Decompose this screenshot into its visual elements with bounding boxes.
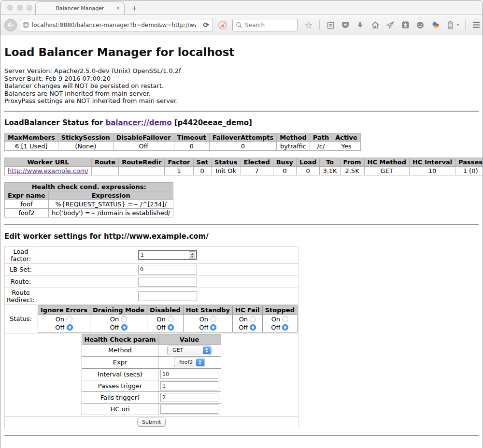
hc-header-row: Health Check param Value xyxy=(82,334,221,344)
url-text[interactable]: localhost:8880/balancer-manager?b=demo&w… xyxy=(32,22,196,29)
cell-expr-name: foof xyxy=(5,200,49,208)
downloads-icon[interactable] xyxy=(356,21,365,29)
window-controls[interactable] xyxy=(7,5,32,11)
disabled-off-radio[interactable] xyxy=(168,324,174,331)
col-expression: Expression xyxy=(48,191,173,200)
content-blocked-icon[interactable] xyxy=(218,20,227,30)
minimize-window-button[interactable] xyxy=(17,5,23,11)
disabled-radios: On Off xyxy=(147,314,184,332)
hot-standby-off-radio[interactable] xyxy=(210,324,216,331)
color-profiles-icon[interactable] xyxy=(431,21,440,29)
col-status: Status xyxy=(211,158,241,166)
route-redirect-input[interactable] xyxy=(138,291,197,301)
lb-set-input[interactable] xyxy=(138,265,197,275)
globe-icon xyxy=(22,21,29,29)
save-page-icon[interactable] xyxy=(401,21,410,29)
fails-input[interactable] xyxy=(160,393,218,402)
hc-row-method: Method GET xyxy=(82,344,221,356)
expr-row: foof2 hc('body') =~ /domain is establish… xyxy=(5,208,173,217)
bookmark-star-icon[interactable]: ☆ xyxy=(304,21,313,29)
loadbalancer-status-heading: LoadBalancer Status for balancer://demo … xyxy=(4,118,479,127)
col-worker-url: Worker URL xyxy=(5,158,92,166)
col-route: Route xyxy=(91,158,118,166)
passes-input[interactable] xyxy=(160,381,218,390)
col-hc-interval: HC Interval xyxy=(409,158,455,166)
close-window-button[interactable] xyxy=(7,5,13,11)
stopped-on-radio[interactable] xyxy=(282,316,288,322)
worker-url-link[interactable]: http://www.example.com/ xyxy=(8,167,88,174)
reading-list-icon[interactable] xyxy=(326,21,335,29)
hc-fail-off-radio[interactable] xyxy=(250,324,256,331)
route-label: Route: xyxy=(5,275,37,288)
navigation-toolbar: localhost:8880/balancer-manager?b=demo&w… xyxy=(0,15,483,35)
pocket-icon[interactable] xyxy=(341,21,350,29)
feedback-smiley-icon[interactable] xyxy=(416,21,425,29)
col-set: Set xyxy=(193,158,211,166)
col-timeout: Timeout xyxy=(174,133,209,142)
search-bar[interactable] xyxy=(232,19,298,31)
reload-button[interactable]: ⟳ xyxy=(201,21,211,29)
radio-on-label: On xyxy=(271,315,280,323)
stopped-off-radio[interactable] xyxy=(282,324,288,331)
menu-hamburger-icon[interactable] xyxy=(472,21,481,29)
form-row-route-redirect: Route Redirect: xyxy=(5,288,298,304)
col-from: From xyxy=(340,158,364,166)
col-hc-fail: HC Fail xyxy=(233,305,263,314)
method-selected-value: GET xyxy=(172,347,183,353)
method-select[interactable]: GET xyxy=(167,346,212,355)
col-draining-mode: Draining Mode xyxy=(90,305,147,314)
number-spinner-icon[interactable] xyxy=(189,251,195,259)
search-input[interactable] xyxy=(245,22,288,29)
radio-off-label: Off xyxy=(239,323,248,332)
col-stickysession: StickySession xyxy=(58,133,113,142)
battery-status-icon[interactable] xyxy=(446,21,455,29)
balancer-demo-link[interactable]: balancer://demo xyxy=(105,118,171,127)
tab-title: Balancer Manager xyxy=(56,5,104,12)
cell-worker-url: http://www.example.com/ xyxy=(5,166,92,175)
draining-mode-off-radio[interactable] xyxy=(121,324,128,331)
col-expr-name: Expr name xyxy=(5,191,49,200)
tab-bar: Balancer Manager × + xyxy=(0,0,483,15)
back-button[interactable] xyxy=(4,19,17,31)
table-row: 6 [1 Used] (None) Off 0 0 bytraffic /c/ … xyxy=(5,142,361,150)
url-bar[interactable]: localhost:8880/balancer-manager?b=demo&w… xyxy=(20,19,213,31)
submit-button[interactable]: Submit xyxy=(137,418,166,427)
cell-elected: 7 xyxy=(241,166,273,175)
cell-hc-interval: 10 xyxy=(409,166,455,175)
battery-dropdown-caret-icon[interactable]: ▾ xyxy=(457,23,459,27)
divider-rule xyxy=(4,435,479,436)
disabled-on-radio[interactable] xyxy=(168,316,174,322)
load-factor-label: Load factor: xyxy=(5,246,37,263)
zoom-window-button[interactable] xyxy=(27,5,32,11)
load-factor-input[interactable] xyxy=(138,250,197,260)
expr-select[interactable]: foof2 xyxy=(174,358,205,367)
hc-fail-on-radio[interactable] xyxy=(250,316,256,322)
ignore-errors-off-radio[interactable] xyxy=(67,324,73,331)
hot-standby-on-radio[interactable] xyxy=(210,316,216,322)
cell-method: bytraffic xyxy=(277,142,310,150)
radio-off-label: Off xyxy=(156,323,166,332)
cell-active: Yes xyxy=(332,142,361,150)
cell-path: /c/ xyxy=(310,142,332,150)
ignore-errors-on-radio[interactable] xyxy=(66,316,72,322)
route-input[interactable] xyxy=(138,277,197,287)
form-row-route: Route: xyxy=(5,275,298,288)
send-tab-icon[interactable] xyxy=(386,21,395,29)
cell-expression: hc('body') =~ /domain is established/ xyxy=(48,208,173,217)
interval-input[interactable] xyxy=(160,370,218,379)
col-load: Load xyxy=(297,158,320,166)
draining-mode-on-radio[interactable] xyxy=(121,316,127,322)
col-routeredir: RouteRedir xyxy=(119,158,165,166)
cell-disablefailover: Off xyxy=(113,142,174,150)
home-icon[interactable] xyxy=(371,21,380,29)
hc-row-interval: Interval (secs) xyxy=(82,368,221,380)
tab-balancer-manager[interactable]: Balancer Manager × xyxy=(35,1,125,14)
cell-passes: 1 (0) xyxy=(455,166,483,175)
hc-uri-input[interactable] xyxy=(160,405,218,414)
tab-close-icon[interactable]: × xyxy=(116,5,120,11)
new-tab-button[interactable]: + xyxy=(131,4,138,13)
health-check-expressions-table: Health check cond. expressions: Expr nam… xyxy=(4,182,173,217)
hc-row-expr: Expr foof2 xyxy=(82,356,221,368)
cell-set: 0 xyxy=(193,166,211,175)
toolbar-divider xyxy=(465,20,466,30)
